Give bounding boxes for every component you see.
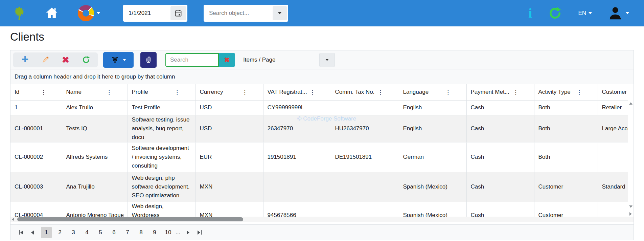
column-header-label[interactable]: Comm. Tax No. xyxy=(335,89,375,95)
column-menu-kebab-icon[interactable]: ⋮ xyxy=(309,89,316,95)
column-menu-kebab-icon[interactable]: ⋮ xyxy=(576,89,583,95)
scroll-right-arrow-icon[interactable] xyxy=(629,212,632,216)
table-row[interactable]: CL-000002Alfreds SystemsSoftware develop… xyxy=(10,142,634,172)
page-button-10[interactable]: 10 xyxy=(163,227,174,238)
spiral-bulb-icon xyxy=(111,56,119,64)
table-row[interactable]: CL-000003Ana TrujilloWeb design, php sof… xyxy=(10,172,634,202)
page-button-9[interactable]: 9 xyxy=(149,227,160,238)
date-picker: 1/1/2021 xyxy=(123,5,187,22)
add-button[interactable]: + xyxy=(20,55,30,65)
vertical-scrollbar[interactable] xyxy=(628,100,634,217)
column-menu-kebab-icon[interactable]: ⋮ xyxy=(106,89,113,95)
column-header-label[interactable]: Payment Met... xyxy=(471,89,509,95)
leaf-logo-icon[interactable] xyxy=(12,5,27,21)
column-header-label[interactable]: Id xyxy=(15,89,19,95)
edit-button[interactable] xyxy=(40,55,50,65)
items-per-page-label: Items / Page xyxy=(243,57,275,63)
page-button-2[interactable]: 2 xyxy=(54,227,65,238)
table-cell: Spanish (Mexico) xyxy=(403,212,462,217)
table-cell: English xyxy=(403,125,462,132)
search-input[interactable] xyxy=(165,53,219,67)
refresh-icon[interactable] xyxy=(548,6,562,21)
chart-logo-menu[interactable] xyxy=(78,5,100,21)
table-cell: Both xyxy=(538,125,594,132)
column-header-label[interactable]: Profile xyxy=(132,89,148,95)
group-by-drop-zone[interactable]: Drag a column header and drop it here to… xyxy=(10,69,634,84)
table-cell: Spanish (Mexico) xyxy=(403,183,462,190)
table-cell: MXN xyxy=(200,212,259,217)
date-input[interactable]: 1/1/2021 xyxy=(123,10,170,17)
chevron-down-icon xyxy=(97,12,100,14)
grid-toolbar: + ✖ xyxy=(10,50,634,69)
scroll-down-arrow-icon[interactable] xyxy=(629,205,632,208)
page-button-8[interactable]: 8 xyxy=(136,227,146,238)
user-menu[interactable] xyxy=(607,5,629,21)
table-cell: CL-000001 xyxy=(15,125,58,132)
table-row[interactable]: CL-000004Antonio Moreno TaqueríaWeb desi… xyxy=(10,202,634,217)
table-cell: Cash xyxy=(471,104,530,111)
column-menu-kebab-icon[interactable]: ⋮ xyxy=(377,89,384,95)
object-search-dropdown[interactable]: Search object... xyxy=(204,5,288,22)
page-button-1[interactable]: 1 xyxy=(41,227,52,238)
column-menu-kebab-icon[interactable]: ⋮ xyxy=(41,89,47,95)
page-button-6[interactable]: 6 xyxy=(109,227,119,238)
delete-button[interactable]: ✖ xyxy=(61,55,71,65)
table-cell: Alex Trulio xyxy=(66,104,123,111)
column-menu-kebab-icon[interactable]: ⋮ xyxy=(513,89,519,95)
table-cell: Software testing. issue analysis, bug re… xyxy=(132,115,191,142)
page-button-4[interactable]: 4 xyxy=(82,227,92,238)
column-header-label[interactable]: Name xyxy=(66,89,82,95)
language-selector[interactable]: EN xyxy=(578,10,592,17)
clients-table: Id⋮Name⋮Profile⋮Currency⋮VAT Registrat..… xyxy=(10,84,634,217)
next-page-button[interactable] xyxy=(182,227,194,238)
column-header-label[interactable]: Customer xyxy=(602,89,627,95)
scroll-left-arrow-icon[interactable] xyxy=(12,218,14,221)
home-icon[interactable] xyxy=(45,6,59,20)
table-row[interactable]: 1Alex TrulioTest Profile.USDCY99999999LE… xyxy=(10,100,634,115)
calendar-button[interactable] xyxy=(170,6,186,20)
previous-page-icon xyxy=(31,231,34,235)
clear-search-button[interactable]: ✖ xyxy=(219,53,235,67)
table-cell: 945678566 xyxy=(268,212,327,217)
donut-chart-icon xyxy=(78,5,94,21)
table-cell: EUR xyxy=(200,154,259,160)
attachments-button[interactable] xyxy=(140,52,157,68)
table-cell: MXN xyxy=(200,183,259,190)
page-button-5[interactable]: 5 xyxy=(95,227,106,238)
info-icon[interactable]: i xyxy=(528,6,532,20)
pencil-icon xyxy=(41,55,50,65)
table-cell: 26347970 xyxy=(268,125,327,132)
page-button-3[interactable]: 3 xyxy=(68,227,79,238)
clear-x-icon: ✖ xyxy=(224,57,230,63)
table-cell: Customer xyxy=(538,183,594,190)
table-cell: Cash xyxy=(471,125,530,132)
horizontal-scroll-thumb[interactable] xyxy=(17,217,243,221)
pagination-bar: 12345678910 ... xyxy=(10,224,634,240)
last-page-icon xyxy=(198,231,200,235)
column-menu-kebab-icon[interactable]: ⋮ xyxy=(242,89,248,95)
table-header-row: Id⋮Name⋮Profile⋮Currency⋮VAT Registrat..… xyxy=(10,84,634,100)
column-menu-kebab-icon[interactable]: ⋮ xyxy=(174,89,181,95)
last-page-button[interactable] xyxy=(194,227,205,238)
previous-page-button[interactable] xyxy=(27,227,38,238)
horizontal-scrollbar[interactable] xyxy=(10,217,634,222)
table-cell: USD xyxy=(200,125,259,132)
items-per-page-dropdown[interactable] xyxy=(319,53,335,67)
chevron-down-icon xyxy=(626,12,629,14)
column-header-label[interactable]: Activity Type xyxy=(538,89,571,95)
column-header-label[interactable]: VAT Registrat... xyxy=(268,89,307,95)
delete-x-icon: ✖ xyxy=(62,56,69,64)
page-button-7[interactable]: 7 xyxy=(122,227,133,238)
scroll-up-arrow-icon[interactable] xyxy=(629,102,632,105)
table-row[interactable]: CL-000001Tests IQSoftware testing. issue… xyxy=(10,115,634,142)
language-label: EN xyxy=(578,10,586,17)
column-header-label[interactable]: Currency xyxy=(200,89,223,95)
table-cell: Web design, Wordpress development xyxy=(132,202,191,217)
column-menu-kebab-icon[interactable]: ⋮ xyxy=(445,89,452,95)
object-search-caret-button[interactable] xyxy=(273,6,287,20)
energy-actions-button[interactable] xyxy=(103,52,134,68)
page-number-list: 12345678910 xyxy=(41,227,174,238)
first-page-button[interactable] xyxy=(15,227,27,238)
refresh-grid-button[interactable] xyxy=(81,55,91,65)
column-header-label[interactable]: Language xyxy=(403,89,429,95)
